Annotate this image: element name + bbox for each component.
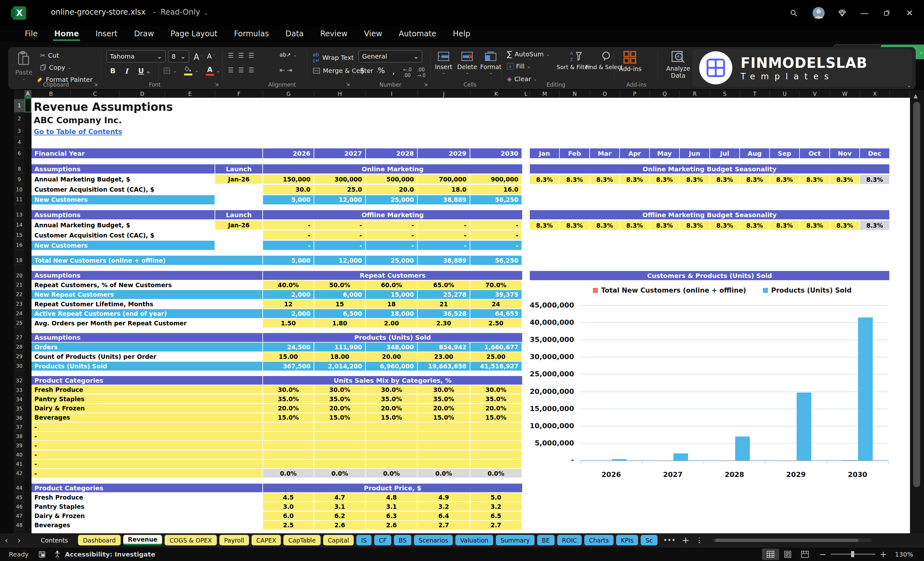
row-header-44[interactable]: 44: [14, 484, 24, 492]
font-color-button[interactable]: A⌄: [206, 66, 220, 76]
font-size-select[interactable]: 8⌄: [168, 50, 189, 62]
row-header-10[interactable]: 10: [14, 185, 24, 194]
macro-record-icon[interactable]: [38, 550, 46, 558]
column-header-H[interactable]: H: [314, 90, 366, 98]
close-button[interactable]: ✕: [902, 6, 917, 20]
row-header-4[interactable]: 4: [14, 137, 24, 148]
column-header-J[interactable]: J: [418, 90, 470, 98]
zoom-out-button[interactable]: −: [819, 549, 826, 559]
tab-overflow-ellipsis[interactable]: •••: [663, 536, 676, 544]
clipboard-dialog-launcher[interactable]: ⇲: [94, 81, 98, 87]
fill-color-button[interactable]: ⌄: [184, 66, 198, 75]
ribbon-tab-page-layout[interactable]: Page Layout: [162, 26, 226, 41]
sheet-tab-is[interactable]: IS: [356, 535, 372, 545]
sheet-tab-summary[interactable]: Summary: [496, 535, 535, 545]
vertical-scrollbar-thumb[interactable]: [913, 102, 920, 487]
sheet-tab-cogs-opex[interactable]: COGS & OPEX: [165, 535, 216, 545]
row-header-23[interactable]: 23: [14, 300, 24, 309]
normal-view-button[interactable]: [762, 549, 779, 560]
column-header-S[interactable]: S: [710, 90, 740, 98]
row-header-47[interactable]: 47: [14, 512, 24, 520]
percent-format-button[interactable]: %: [378, 66, 385, 75]
addins-button[interactable]: Add-ins: [619, 50, 642, 72]
ribbon-tab-automate[interactable]: Automate: [390, 26, 444, 41]
sheet-tab-kpis[interactable]: KPIs: [616, 535, 638, 545]
row-header-30[interactable]: 30: [14, 362, 24, 370]
sheet-tab-scenarios[interactable]: Scenarios: [414, 535, 453, 545]
sheet-tab-be[interactable]: BE: [537, 535, 555, 545]
column-header-T[interactable]: T: [740, 90, 770, 98]
avatar[interactable]: [811, 6, 826, 20]
column-header-L[interactable]: L: [522, 90, 530, 98]
row-header-15[interactable]: 15: [14, 231, 24, 240]
row-header-28[interactable]: 28: [14, 343, 24, 351]
format-cells-button[interactable]: Format⌄: [480, 51, 501, 75]
row-header-2[interactable]: 2: [14, 112, 24, 125]
fill-button[interactable]: ↓Fill⌄: [507, 62, 531, 70]
row-header-18[interactable]: 18: [14, 256, 24, 265]
decrease-font-button[interactable]: A˅: [207, 52, 215, 60]
zoom-level[interactable]: 130%: [895, 550, 913, 558]
column-header-X[interactable]: X: [860, 90, 890, 98]
row-header-6[interactable]: 6: [14, 148, 24, 158]
row-header-41[interactable]: 41: [14, 460, 24, 468]
ribbon-tab-view[interactable]: View: [356, 26, 390, 41]
indent-buttons[interactable]: ⇤ ⇥: [279, 66, 292, 74]
sheet-tab-roic[interactable]: ROIC: [557, 535, 582, 545]
font-dialog-launcher[interactable]: ⇲: [214, 81, 219, 87]
column-header-R[interactable]: R: [680, 90, 710, 98]
row-header-38[interactable]: 38: [14, 432, 24, 441]
sheet-tab-cf[interactable]: CF: [374, 535, 392, 545]
ribbon-tab-file[interactable]: File: [16, 26, 46, 41]
row-header-45[interactable]: 45: [14, 493, 24, 502]
column-header-N[interactable]: N: [560, 90, 590, 98]
row-header-25[interactable]: 25: [14, 319, 24, 328]
row-header-46[interactable]: 46: [14, 502, 24, 511]
row-header-36[interactable]: 36: [14, 414, 24, 422]
row-header-42[interactable]: 42: [14, 469, 24, 478]
column-header-U[interactable]: U: [770, 90, 800, 98]
column-header-V[interactable]: V: [800, 90, 830, 98]
column-header-C[interactable]: C: [70, 90, 120, 98]
row-header-11[interactable]: 11: [14, 195, 24, 204]
comma-format-button[interactable]: ,: [392, 66, 395, 76]
row-header-22[interactable]: 22: [14, 290, 24, 299]
column-header-Q[interactable]: Q: [650, 90, 680, 98]
row-header-14[interactable]: 14: [14, 220, 24, 230]
insert-cells-button[interactable]: Insert⌄: [435, 51, 453, 75]
row-header-27[interactable]: 27: [14, 333, 24, 342]
accounting-format-button[interactable]: $⌄: [360, 66, 370, 75]
row-header-21[interactable]: 21: [14, 280, 24, 290]
horizontal-scrollbar-thumb[interactable]: [715, 539, 858, 542]
paste-button[interactable]: Paste⌄: [15, 50, 33, 81]
column-header-D[interactable]: D: [120, 90, 165, 98]
sheet-tab-bs[interactable]: BS: [394, 535, 411, 545]
column-headers[interactable]: ABCDEFGHIJKLMNOPQRSTUVWX: [14, 90, 910, 98]
sheet-tab-charts[interactable]: Charts: [584, 535, 614, 545]
zoom-slider-thumb[interactable]: [851, 551, 854, 557]
sheet-tab-revenue[interactable]: Revenue: [123, 535, 162, 545]
sheet-canvas[interactable]: [32, 98, 910, 533]
company-name[interactable]: ABC Company Inc.: [34, 115, 122, 125]
sheet-menu-button[interactable]: ⋮: [696, 536, 703, 544]
sheet-tab-dashboard[interactable]: Dashboard: [78, 535, 120, 545]
column-header-M[interactable]: M: [530, 90, 560, 98]
column-header-A[interactable]: A: [24, 90, 32, 98]
ribbon-tab-home[interactable]: Home: [46, 26, 87, 41]
minimize-button[interactable]: —: [857, 6, 872, 20]
row-header-8[interactable]: 8: [14, 164, 24, 174]
row-header-48[interactable]: 48: [14, 521, 24, 530]
column-header-E[interactable]: E: [165, 90, 215, 98]
row-header-24[interactable]: 24: [14, 309, 24, 318]
column-header-P[interactable]: P: [620, 90, 650, 98]
column-header-B[interactable]: B: [32, 90, 70, 98]
sheet-tab-captable[interactable]: CapTable: [284, 535, 320, 545]
row-header-29[interactable]: 29: [14, 352, 24, 361]
autosum-button[interactable]: ∑AutoSum⌄: [507, 50, 549, 58]
sheet-tab-contents[interactable]: Contents: [33, 535, 75, 545]
ribbon-tab-draw[interactable]: Draw: [126, 26, 162, 41]
row-headers[interactable]: 1234689101113141516182021222324252728293…: [14, 98, 24, 533]
row-header-9[interactable]: 9: [14, 175, 24, 184]
alignment-dialog-launcher[interactable]: ⇲: [346, 81, 350, 87]
font-name-select[interactable]: Tahoma⌄: [106, 50, 166, 62]
